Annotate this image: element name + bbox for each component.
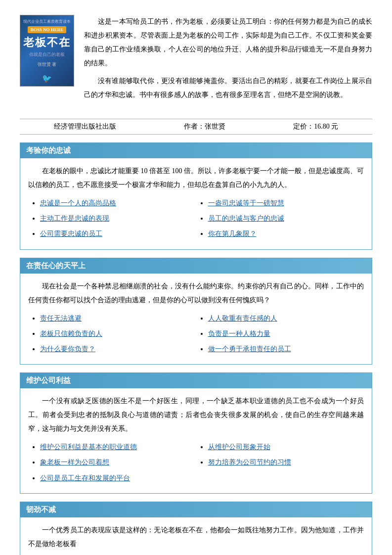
- list-item: 忠诚是一个人的高尚品格: [40, 197, 196, 209]
- book-intro-p2: 没有谁能够取代你，更没有谁能够掩盖你。要活出自己的精彩，就要在工作岗位上展示自己…: [84, 74, 372, 102]
- link-resp-5[interactable]: 负责是一种人格力量: [208, 330, 270, 337]
- list-item: 主动工作是忠诚的表现: [40, 212, 196, 225]
- link-resp-3[interactable]: 为什么要你负责？: [40, 345, 95, 353]
- list-item: 维护公司利益是基本的职业道德: [40, 441, 196, 453]
- list-item: 公司是员工生存和发展的平台: [40, 472, 196, 484]
- book-cover-author: 张世贤 著: [38, 61, 56, 68]
- link-ci-5[interactable]: 努力培养为公司节约的习惯: [208, 459, 291, 466]
- book-cover-top-text: 现代企业员工素质教育读本: [23, 19, 71, 24]
- chapter-responsibility-title: 在责任心的天平上: [26, 262, 86, 270]
- book-cover: 现代企业员工素质教育读本 BOSS NO HERE 老板不在 你就是自己的老板 …: [20, 15, 74, 87]
- chapter-responsibility-header: 在责任心的天平上: [20, 258, 372, 274]
- book-intro: 现代企业员工素质教育读本 BOSS NO HERE 老板不在 你就是自己的老板 …: [20, 10, 372, 111]
- book-publisher: 经济管理出版社出版: [54, 122, 116, 131]
- chapter-loyalty-body: 在老板的眼中，忠诚比才能重要 10 倍甚至 100 倍。所以，许多老板宁要一个才…: [20, 158, 372, 249]
- chapter-loyalty-links: 忠诚是一个人的高尚品格 主动工作是忠诚的表现 公司需要忠诚的员工 一盎司忠诚等于…: [28, 197, 364, 243]
- link-ci-2[interactable]: 象老板一样为公司着想: [40, 459, 109, 466]
- list-item: 为什么要你负责？: [40, 343, 196, 355]
- chapter-loyalty-links-left: 忠诚是一个人的高尚品格 主动工作是忠诚的表现 公司需要忠诚的员工: [28, 197, 196, 243]
- link-ci-4[interactable]: 从维护公司形象开始: [208, 443, 270, 451]
- list-item: 责任无法逃避: [40, 312, 196, 324]
- list-item: 老板只信赖负责的人: [40, 327, 196, 340]
- chapter-perseverance-title: 韧劲不减: [26, 506, 56, 513]
- link-resp-1[interactable]: 责任无法逃避: [40, 315, 82, 322]
- chapter-perseverance: 韧劲不减 一个优秀员工的表现应该是这样的：无论老板在不在，他都会一如既往地努力工…: [20, 502, 372, 555]
- chapter-company-interest-header: 维护公司利益: [20, 373, 372, 388]
- link-loyalty-6[interactable]: 你在第几象限？: [208, 230, 257, 237]
- link-loyalty-2[interactable]: 主动工作是忠诚的表现: [40, 215, 109, 222]
- list-item: 负责是一种人格力量: [208, 327, 364, 340]
- link-resp-2[interactable]: 老板只信赖负责的人: [40, 330, 102, 337]
- chapter-company-interest-text: 一个没有或缺乏医德的医生不是一个好医生，同理，一个缺乏基本职业道德的员工也不会成…: [28, 394, 364, 436]
- book-author: 作者：张世贤: [184, 122, 225, 131]
- link-loyalty-4[interactable]: 一盎司忠诚等于一磅智慧: [208, 199, 284, 207]
- list-item: 人人敬重有责任感的人: [208, 312, 364, 324]
- list-item: 公司需要忠诚的员工: [40, 228, 196, 240]
- chapter-responsibility-links-left: 责任无法逃避 老板只信赖负责的人 为什么要你负责？: [28, 312, 196, 359]
- chapter-responsibility-body: 现在社会是一个各种禁忌相继崩溃的社会，没有什么能约束你。约束你的只有自己的心。同…: [20, 274, 372, 365]
- link-resp-4[interactable]: 人人敬重有责任感的人: [208, 315, 277, 322]
- list-item: 一盎司忠诚等于一磅智慧: [208, 197, 364, 209]
- link-resp-6[interactable]: 做一个勇于承担责任的员工: [208, 345, 291, 353]
- chapter-loyalty-text: 在老板的眼中，忠诚比才能重要 10 倍甚至 100 倍。所以，许多老板宁要一个才…: [28, 164, 364, 192]
- chapter-responsibility-text: 现在社会是一个各种禁忌相继崩溃的社会，没有什么能约束你。约束你的只有自己的心。同…: [28, 279, 364, 307]
- book-intro-p1: 这是一本写给员工的书，作为老板，必须要让员工明白：你的任何努力都是为自己的成长和…: [84, 15, 372, 70]
- chapter-company-interest-body: 一个没有或缺乏医德的医生不是一个好医生，同理，一个缺乏基本职业道德的员工也不会成…: [20, 388, 372, 493]
- bird-icon: 🐦: [42, 74, 52, 83]
- chapter-perseverance-header: 韧劲不减: [20, 502, 372, 517]
- book-cover-bottom: 🐦: [42, 74, 52, 83]
- link-ci-3[interactable]: 公司是员工生存和发展的平台: [40, 474, 130, 482]
- chapter-company-interest-links: 维护公司利益是基本的职业道德 象老板一样为公司着想 公司是员工生存和发展的平台 …: [28, 441, 364, 487]
- book-cover-logo: BOSS NO HERE: [28, 26, 67, 33]
- chapter-perseverance-text: 一个优秀员工的表现应该是这样的：无论老板在不在，他都会一如既往地努力工作。因为他…: [28, 523, 364, 551]
- book-cover-title: 老板不在: [23, 36, 71, 49]
- chapter-perseverance-body: 一个优秀员工的表现应该是这样的：无论老板在不在，他都会一如既往地努力工作。因为他…: [20, 517, 372, 555]
- chapter-loyalty-title: 考验你的忠诚: [26, 146, 71, 154]
- chapter-company-interest-links-right: 从维护公司形象开始 努力培养为公司节约的习惯: [196, 441, 364, 487]
- chapter-company-interest-title: 维护公司利益: [26, 376, 71, 384]
- chapter-company-interest-links-left: 维护公司利益是基本的职业道德 象老板一样为公司着想 公司是员工生存和发展的平台: [28, 441, 196, 487]
- chapter-loyalty-links-right: 一盎司忠诚等于一磅智慧 员工的忠诚与客户的忠诚 你在第几象限？: [196, 197, 364, 243]
- list-item: 你在第几象限？: [208, 228, 364, 240]
- link-ci-1[interactable]: 维护公司利益是基本的职业道德: [40, 443, 137, 451]
- chapter-responsibility-links: 责任无法逃避 老板只信赖负责的人 为什么要你负责？ 人人敬重有责任感的人 负责是…: [28, 312, 364, 359]
- chapter-responsibility-links-right: 人人敬重有责任感的人 负责是一种人格力量 做一个勇于承担责任的员工: [196, 312, 364, 359]
- chapter-responsibility: 在责任心的天平上 现在社会是一个各种禁忌相继崩溃的社会，没有什么能约束你。约束你…: [20, 258, 372, 365]
- book-price: 定价：16.80 元: [293, 122, 338, 131]
- chapter-loyalty: 考验你的忠诚 在老板的眼中，忠诚比才能重要 10 倍甚至 100 倍。所以，许多…: [20, 142, 372, 250]
- link-loyalty-3[interactable]: 公司需要忠诚的员工: [40, 230, 102, 237]
- list-item: 员工的忠诚与客户的忠诚: [208, 212, 364, 225]
- book-meta: 经济管理出版社出版 作者：张世贤 定价：16.80 元: [20, 119, 372, 135]
- list-item: 努力培养为公司节约的习惯: [208, 456, 364, 468]
- book-cover-subtitle: 你就是自己的老板: [29, 51, 65, 58]
- chapter-loyalty-header: 考验你的忠诚: [20, 143, 372, 158]
- list-item: 做一个勇于承担责任的员工: [208, 343, 364, 355]
- link-loyalty-1[interactable]: 忠诚是一个人的高尚品格: [40, 199, 116, 207]
- chapter-company-interest: 维护公司利益 一个没有或缺乏医德的医生不是一个好医生，同理，一个缺乏基本职业道德…: [20, 372, 372, 494]
- page: 现代企业员工素质教育读本 BOSS NO HERE 老板不在 你就是自己的老板 …: [0, 0, 392, 555]
- list-item: 从维护公司形象开始: [208, 441, 364, 453]
- list-item: 象老板一样为公司着想: [40, 456, 196, 468]
- link-loyalty-5[interactable]: 员工的忠诚与客户的忠诚: [208, 215, 284, 222]
- book-description: 这是一本写给员工的书，作为老板，必须要让员工明白：你的任何努力都是为自己的成长和…: [84, 15, 372, 106]
